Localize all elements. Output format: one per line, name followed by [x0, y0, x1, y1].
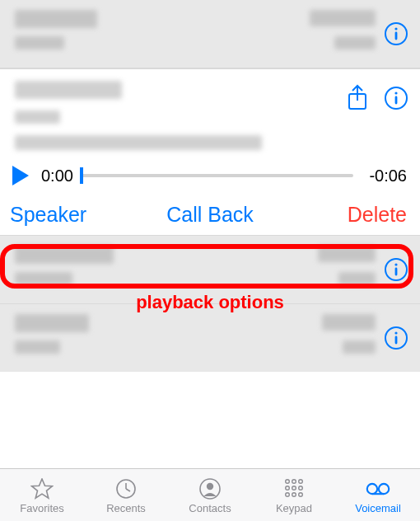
contact-icon [198, 477, 222, 500]
remaining-time: -0:06 [362, 167, 407, 185]
svg-point-25 [292, 486, 296, 490]
tab-voicemail[interactable]: Voicemail [336, 469, 420, 521]
svg-point-13 [394, 331, 397, 334]
voicemail-row-content [15, 246, 376, 293]
svg-point-6 [394, 92, 397, 94]
voicemail-icon [366, 477, 390, 500]
svg-point-20 [207, 482, 213, 489]
tab-label: Contacts [189, 503, 231, 514]
voicemail-expanded: 0:00 -0:06 Speaker Call Back Delete [0, 68, 420, 236]
tab-label: Keypad [276, 503, 312, 514]
svg-rect-11 [395, 268, 398, 276]
scrubber-track[interactable] [82, 166, 353, 185]
svg-point-24 [286, 486, 290, 490]
svg-point-27 [286, 492, 290, 496]
share-icon[interactable] [346, 84, 369, 112]
delete-button[interactable]: Delete [343, 201, 412, 228]
voicemail-row[interactable] [0, 236, 420, 304]
playback-actions: Speaker Call Back Delete [0, 196, 420, 235]
svg-point-22 [292, 479, 296, 483]
svg-point-31 [379, 483, 389, 493]
clock-icon [114, 477, 138, 500]
tab-label: Voicemail [355, 503, 401, 514]
svg-marker-15 [32, 479, 53, 498]
svg-point-21 [286, 479, 290, 483]
svg-point-29 [299, 492, 303, 496]
keypad-icon [282, 477, 306, 500]
svg-point-23 [299, 479, 303, 483]
svg-point-30 [367, 483, 377, 493]
star-icon [30, 477, 54, 500]
info-icon[interactable] [384, 326, 408, 350]
tab-recents[interactable]: Recents [84, 469, 168, 521]
svg-rect-2 [395, 32, 398, 40]
voicemail-row[interactable] [0, 0, 420, 68]
svg-rect-7 [395, 96, 398, 105]
info-icon[interactable] [384, 257, 408, 282]
voicemail-screen: 0:00 -0:06 Speaker Call Back Delete [0, 0, 420, 521]
info-icon[interactable] [384, 86, 408, 110]
tab-contacts[interactable]: Contacts [168, 469, 252, 521]
scrubber-thumb[interactable] [80, 167, 83, 184]
svg-point-10 [394, 263, 397, 265]
info-icon[interactable] [384, 21, 408, 46]
voicemail-header [0, 69, 420, 157]
voicemail-list: 0:00 -0:06 Speaker Call Back Delete [0, 0, 420, 468]
tab-label: Recents [106, 503, 146, 514]
svg-line-18 [126, 489, 130, 491]
tab-bar: Favorites Recents Contacts [0, 468, 420, 521]
svg-rect-14 [395, 336, 398, 345]
tab-keypad[interactable]: Keypad [252, 469, 336, 521]
tab-favorites[interactable]: Favorites [0, 469, 84, 521]
elapsed-time: 0:00 [41, 167, 73, 185]
voicemail-row-content [15, 10, 376, 58]
voicemail-row-content [15, 314, 376, 362]
audio-player: 0:00 -0:06 [0, 157, 420, 196]
svg-point-28 [292, 492, 296, 496]
voicemail-row[interactable] [0, 304, 420, 372]
svg-marker-8 [12, 166, 29, 185]
callback-button[interactable]: Call Back [161, 201, 259, 228]
tab-label: Favorites [20, 503, 63, 514]
svg-point-1 [394, 27, 397, 30]
play-button[interactable] [8, 163, 33, 188]
speaker-button[interactable]: Speaker [5, 201, 91, 228]
svg-point-26 [299, 486, 303, 490]
